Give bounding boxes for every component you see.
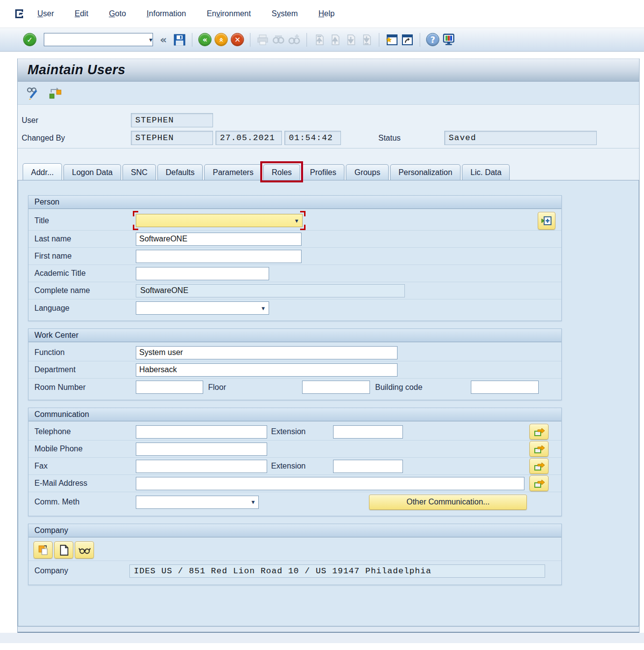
tab-lic-data[interactable]: Lic. Data [462,164,510,180]
building-code-input[interactable] [471,381,539,394]
building-code-label: Building code [375,383,422,392]
menu-information[interactable]: Information [147,6,186,21]
last-page-button[interactable] [360,33,373,47]
comm-meth-combobox[interactable]: ▼ [136,496,259,509]
create-company-address-button[interactable] [54,541,73,559]
tab-address[interactable]: Addr... [23,163,62,180]
new-session-button[interactable] [385,33,399,47]
title-combobox[interactable]: ▼ [136,214,303,227]
menu-edit[interactable]: Edit [75,6,89,21]
tab-defaults[interactable]: Defaults [157,164,203,180]
back-button[interactable]: « [198,33,212,46]
complete-name-field: SoftwareONE [136,284,405,297]
floor-input[interactable] [302,381,370,394]
help-button[interactable]: ? [426,33,439,46]
changed-time-field: 01:54:42 [284,131,341,145]
email-label: E-Mail Address [34,479,136,488]
maintain-users-window: Maintain Users User STEPHEN Ch [17,59,640,633]
save-button[interactable] [173,33,186,47]
address-versions-button[interactable] [538,212,555,230]
user-value-field[interactable]: STEPHEN [131,113,213,127]
shortcut-button[interactable] [400,33,414,47]
tab-roles[interactable]: Roles [263,164,300,180]
telephone-other-button[interactable] [529,424,549,440]
language-dropdown-icon[interactable]: ▼ [258,305,269,311]
address-versions-icon [541,215,552,227]
tab-parameters[interactable]: Parameters [204,164,262,180]
email-input[interactable] [136,477,524,490]
page-title: Maintain Users [28,62,125,78]
other-communication-button[interactable]: Other Communication... [369,495,527,510]
comm-meth-input[interactable] [136,497,247,508]
telephone-input[interactable] [136,425,267,439]
find-icon [272,33,285,46]
fax-other-button[interactable] [529,458,549,474]
work-center-groupbox: Work Center Function Department Room Num… [28,328,562,400]
enter-button[interactable]: ✓ [23,33,36,46]
references-icon [48,86,63,100]
telephone-extension-input[interactable] [333,425,403,439]
exit-icon: ✕ [234,35,241,44]
mobile-phone-label: Mobile Phone [34,444,136,453]
department-input[interactable] [136,363,398,377]
tab-profiles[interactable]: Profiles [302,164,344,180]
language-label: Language [34,304,136,313]
title-input[interactable] [136,215,291,226]
tab-groups[interactable]: Groups [346,164,388,180]
title-label: Title [34,216,136,225]
comm-meth-dropdown-icon[interactable]: ▼ [247,499,258,505]
menu-user[interactable]: User [37,6,54,21]
language-input[interactable] [136,302,258,314]
display-change-button[interactable] [26,86,40,100]
academic-title-input[interactable] [136,267,269,280]
print-button[interactable] [256,33,270,47]
tab-snc[interactable]: SNC [123,164,156,180]
address-tab-panel: Person Title ▼ [18,180,639,626]
exit-button[interactable]: ✕ [231,33,244,46]
save-icon [173,33,186,46]
person-groupbox: Person Title ▼ [28,195,562,321]
assign-other-company-button[interactable] [33,541,53,559]
prev-page-button[interactable] [328,33,342,47]
company-value-field: IDES US / 851 Red Lion Road 10 / US 1914… [129,564,545,578]
work-center-group-header: Work Center [29,329,561,342]
help-icon: ? [430,35,435,45]
first-name-input[interactable] [136,250,302,263]
command-dropdown-icon[interactable]: ▼ [148,37,153,43]
other-entry-icon [534,461,545,471]
next-page-button[interactable] [344,33,358,47]
menu-help[interactable]: Help [318,6,335,21]
last-name-label: Last name [34,235,136,243]
references-button[interactable] [48,86,63,100]
fax-input[interactable] [136,460,267,473]
collapse-icon[interactable]: « [160,33,167,46]
company-group-header: Company [29,524,561,537]
gui-menu-icon[interactable] [14,8,27,19]
tab-logon-data[interactable]: Logon Data [63,164,121,180]
page-up-button[interactable]: « [215,33,228,46]
status-label: Status [374,134,444,143]
menu-system[interactable]: System [272,6,298,21]
customize-button[interactable] [442,33,456,47]
title-dropdown-icon[interactable]: ▼ [291,218,302,224]
telephone-extension-label: Extension [271,427,306,436]
title-combo-focus: ▼ [136,214,303,227]
mobile-other-button[interactable] [529,441,549,457]
tab-personalization[interactable]: Personalization [390,164,460,180]
menu-goto[interactable]: Goto [109,6,126,21]
last-name-input[interactable] [136,233,302,246]
menu-environment[interactable]: Environment [207,6,251,21]
find-button[interactable] [272,33,285,47]
room-number-label: Room Number [34,383,136,392]
fax-extension-input[interactable] [333,460,403,473]
email-other-button[interactable] [529,475,549,491]
display-company-address-button[interactable] [75,541,94,559]
function-input[interactable] [136,346,398,359]
mobile-phone-input[interactable] [136,443,267,456]
first-page-button[interactable] [312,33,326,47]
find-next-button[interactable] [287,33,301,47]
language-combobox[interactable]: ▼ [136,301,269,315]
function-label: Function [34,348,136,357]
room-number-input[interactable] [136,381,203,394]
command-input[interactable] [44,34,148,45]
